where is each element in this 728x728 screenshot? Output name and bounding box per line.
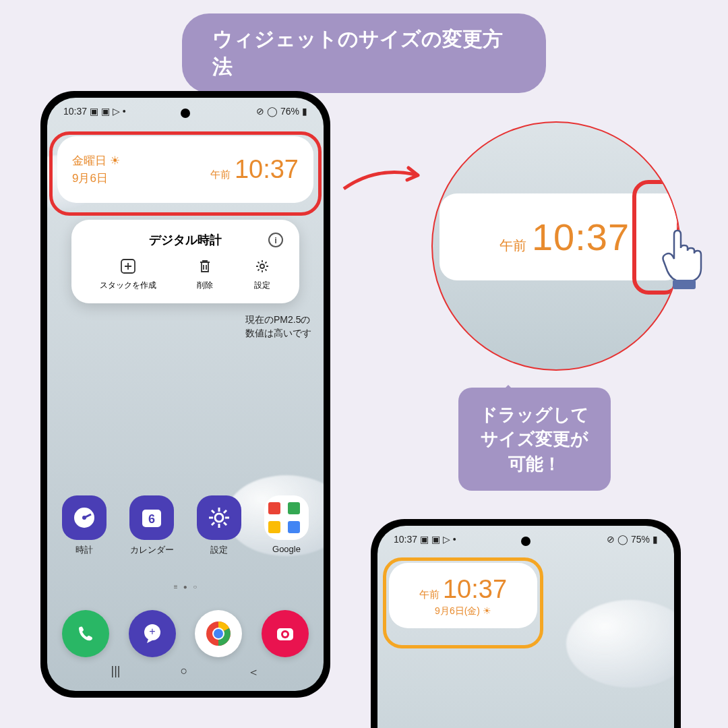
- delete-button[interactable]: 削除: [196, 257, 214, 291]
- widget-context-menu: デジタル時計 i スタックを作成 削除: [71, 220, 299, 303]
- gear-icon: [197, 495, 241, 540]
- battery-text: 75%: [631, 534, 650, 545]
- phone-1-frame: 10:37 ▣ ▣ ▷ • ⊘ ◯ 76% ▮ 金曜日 ☀ 9月6日 午前 10…: [40, 91, 330, 698]
- widget-time: 10:37: [443, 575, 507, 604]
- calendar-app[interactable]: 6 カレンダー: [129, 495, 174, 556]
- svg-point-14: [283, 632, 287, 636]
- popup-title: デジタル時計: [149, 232, 222, 248]
- phone-2-frame: 10:37 ▣ ▣ ▷ • ⊘ ◯ 75% ▮ 午前 10:37 9月6日(金)…: [371, 519, 681, 728]
- widget-date: 9月6日(金) ☀: [396, 605, 530, 617]
- page-indicator[interactable]: ≡ ● ○: [174, 583, 198, 590]
- phone-2-screen[interactable]: 10:37 ▣ ▣ ▷ • ⊘ ◯ 75% ▮ 午前 10:37 9月6日(金)…: [377, 526, 674, 728]
- google-folder-icon: [264, 495, 309, 540]
- plus-icon: [119, 257, 137, 275]
- trash-icon: [196, 257, 214, 275]
- wifi-icon: ⊘ ◯: [256, 106, 278, 117]
- svg-text:+: +: [149, 626, 155, 637]
- svg-point-6: [215, 514, 223, 522]
- camera-app[interactable]: [262, 610, 309, 657]
- calendar-icon: 6: [129, 495, 174, 540]
- nav-bar: ||| ○ ＜: [47, 659, 324, 686]
- pointer-hand-icon: [654, 222, 715, 290]
- battery-icon: ▮: [653, 534, 658, 545]
- widget-date: 金曜日 ☀ 9月6日: [72, 152, 120, 187]
- clock-widget[interactable]: 金曜日 ☀ 9月6日 午前 10:37: [57, 136, 313, 203]
- wifi-icon: ⊘ ◯: [607, 534, 628, 545]
- svg-point-11: [214, 629, 223, 638]
- pm25-text: 現在のPM2.5の 数値は高いです: [245, 313, 311, 340]
- svg-rect-15: [673, 280, 696, 289]
- messages-app[interactable]: +: [129, 610, 176, 657]
- google-folder[interactable]: Google: [264, 495, 309, 556]
- clock-widget-resized[interactable]: 午前 10:37 9月6日(金) ☀: [389, 563, 537, 628]
- info-icon[interactable]: i: [268, 233, 283, 247]
- status-icons: ▣ ▣ ▷ •: [90, 106, 126, 117]
- clock-app[interactable]: 時計: [62, 495, 107, 556]
- widget-time: 午前 10:37: [210, 155, 299, 184]
- camera-notch: [181, 109, 190, 118]
- back-button[interactable]: ＜: [247, 664, 260, 680]
- clock-icon: [62, 495, 107, 540]
- chrome-app[interactable]: [195, 610, 242, 657]
- dock: +: [62, 610, 309, 657]
- svg-point-1: [260, 264, 264, 268]
- page-title: ウィジェットのサイズの変更方法: [182, 13, 546, 93]
- status-time: 10:37: [63, 106, 87, 117]
- arrow-icon: [337, 158, 431, 206]
- phone-1-screen[interactable]: 10:37 ▣ ▣ ▷ • ⊘ ◯ 76% ▮ 金曜日 ☀ 9月6日 午前 10…: [47, 98, 324, 691]
- home-button[interactable]: ○: [181, 664, 188, 680]
- gear-icon: [253, 257, 271, 275]
- settings-app[interactable]: 設定: [197, 495, 241, 556]
- widget-ampm: 午前: [419, 588, 439, 601]
- battery-icon: ▮: [302, 106, 307, 117]
- status-time: 10:37: [394, 534, 417, 545]
- app-row: 時計 6 カレンダー 設定 G: [62, 495, 309, 556]
- recents-button[interactable]: |||: [111, 664, 121, 680]
- instruction-bubble: ドラッグして サイズ変更が 可能！: [458, 388, 611, 491]
- cloud-decoration: [566, 600, 674, 688]
- create-stack-button[interactable]: スタックを作成: [100, 257, 156, 291]
- zoom-circle: 午前 10:37: [431, 121, 681, 371]
- status-icons: ▣ ▣ ▷ •: [420, 534, 456, 545]
- phone-app[interactable]: [62, 610, 109, 657]
- battery-text: 76%: [280, 106, 299, 117]
- svg-text:6: 6: [148, 512, 155, 526]
- camera-notch: [521, 537, 530, 546]
- settings-button[interactable]: 設定: [253, 257, 271, 291]
